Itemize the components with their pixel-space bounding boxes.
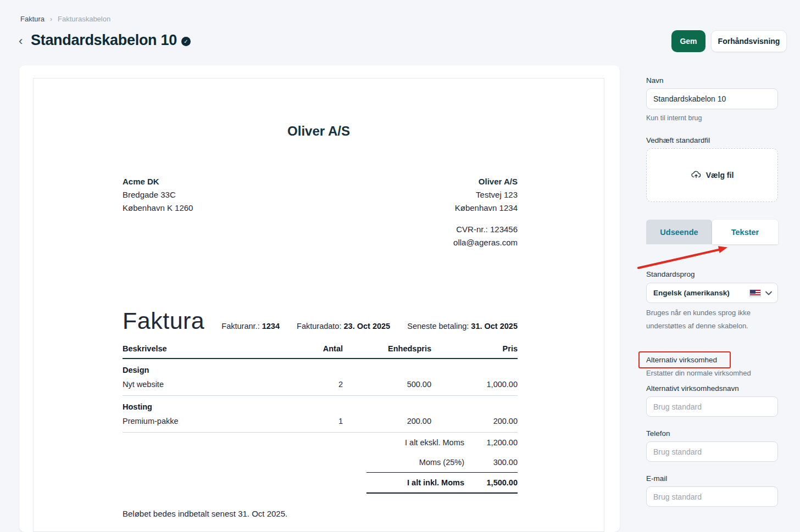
total-value: 1,500.00 — [464, 478, 518, 487]
sender-name: Acme DK — [123, 175, 193, 188]
invoice-footer-note: Beløbet bedes indbetalt senest 31. Oct 2… — [123, 509, 518, 518]
total-label: I alt inkl. Moms — [366, 478, 464, 487]
item-description: Premium-pakke — [123, 417, 260, 425]
item-unit-price: 200.00 — [343, 417, 431, 425]
invoice-date-label: Fakturadato: — [297, 322, 341, 331]
item-quantity: 2 — [260, 380, 343, 389]
invoice-due-label: Seneste betaling: — [407, 322, 469, 331]
item-price: 200.00 — [431, 417, 518, 425]
breadcrumb-faktura[interactable]: Faktura — [20, 15, 45, 23]
invoice-due-value: 31. Oct 2025 — [471, 322, 518, 331]
phone-label: Telefon — [646, 429, 670, 438]
sender-line2: København K 1260 — [123, 201, 193, 215]
invoice-table-header: Beskrivelse Antal Enhedspris Pris — [123, 344, 518, 359]
col-quantity: Antal — [260, 344, 343, 353]
us-flag-icon — [749, 289, 761, 297]
col-unit-price: Enhedspris — [343, 344, 431, 353]
invoice-content: Acme DK Bredgade 33C København K 1260 Ol… — [123, 175, 518, 518]
email-input[interactable] — [646, 486, 778, 507]
preview-button[interactable]: Forhåndsvisning — [711, 30, 787, 52]
language-help-line1: Bruges når en kundes sprog ikke — [646, 306, 751, 320]
page-title: Standardskabelon 10 — [31, 32, 177, 49]
item-quantity: 1 — [260, 417, 343, 425]
total-incl-vat: I alt inkl. Moms 1,500.00 — [366, 472, 518, 494]
invoice-company-title: Oliver A/S — [34, 124, 604, 139]
invoice-heading-row: Faktura Fakturanr.: 1234 Fakturadato: 23… — [123, 307, 518, 334]
invoice-table: Beskrivelse Antal Enhedspris Pris Design… — [123, 344, 518, 494]
item-unit-price: 500.00 — [343, 380, 431, 389]
invoice-number-value: 1234 — [262, 322, 280, 331]
group-name: Design — [123, 359, 260, 374]
upload-cloud-icon — [691, 170, 702, 181]
item-description: Nyt website — [123, 380, 260, 389]
breadcrumb-separator-icon: › — [50, 15, 52, 23]
alt-company-name-label: Alternativt virksomhedsnavn — [646, 384, 739, 393]
breadcrumb: Faktura › Fakturaskabelon — [20, 15, 110, 23]
total-value: 1,200.00 — [464, 438, 518, 447]
total-value: 300.00 — [464, 458, 518, 467]
address-row: Acme DK Bredgade 33C København K 1260 Ol… — [123, 175, 518, 249]
verified-check-icon[interactable]: ✓ — [181, 37, 191, 46]
invoice-doc-title: Faktura — [123, 307, 204, 334]
chevron-down-icon — [765, 291, 772, 295]
page: Faktura › Fakturaskabelon ‹ Standardskab… — [0, 0, 800, 532]
recipient-line1: Testvej 123 — [453, 188, 518, 201]
invoice-totals: I alt ekskl. Moms 1,200.00 Moms (25%) 30… — [366, 433, 518, 494]
col-price: Pris — [431, 344, 518, 353]
col-description: Beskrivelse — [123, 344, 260, 353]
item-price: 1,000.00 — [431, 380, 518, 389]
alt-company-help: Erstatter din normale virksomhed — [646, 369, 751, 377]
invoice-number-label: Fakturanr.: — [221, 322, 259, 331]
invoice-page: Oliver A/S Acme DK Bredgade 33C Københav… — [33, 78, 604, 532]
language-help-line2: understøttes af denne skabelon. — [646, 320, 751, 333]
alt-company-title: Alternativ virksomhed — [646, 356, 717, 364]
choose-file-button[interactable]: Vælg fil — [706, 171, 734, 180]
total-label: I alt ekskl. Moms — [366, 438, 464, 447]
language-help: Bruges når en kundes sprog ikke understø… — [646, 306, 751, 333]
sender-line1: Bredgade 33C — [123, 188, 193, 201]
invoice-number: Fakturanr.: 1234 — [221, 322, 280, 331]
table-group-row: Design — [123, 359, 518, 374]
template-name-input[interactable] — [646, 88, 778, 109]
address-spacer — [453, 215, 518, 223]
total-vat: Moms (25%) 300.00 — [366, 452, 518, 472]
invoice-preview-panel: Oliver A/S Acme DK Bredgade 33C Københav… — [19, 65, 620, 532]
back-chevron-icon[interactable]: ‹ — [19, 34, 23, 48]
page-title-row: Standardskabelon 10 ✓ — [31, 32, 191, 49]
phone-input[interactable] — [646, 441, 778, 462]
tab-udseende[interactable]: Udseende — [646, 220, 712, 244]
name-field-label: Navn — [646, 76, 664, 85]
table-group-row: Hosting — [123, 396, 518, 411]
table-row: Nyt website 2 500.00 1,000.00 — [123, 374, 518, 396]
recipient-cvr: CVR-nr.: 123456 — [453, 223, 518, 236]
language-selected-value: Engelsk (amerikansk) — [653, 289, 745, 297]
table-row: Premium-pakke 1 200.00 200.00 — [123, 411, 518, 433]
invoice-date: Fakturadato: 23. Oct 2025 — [297, 322, 390, 331]
sender-address: Acme DK Bredgade 33C København K 1260 — [123, 175, 193, 249]
breadcrumb-fakturaskabelon[interactable]: Fakturaskabelon — [58, 15, 110, 23]
recipient-address: Oliver A/S Testvej 123 København 1234 CV… — [453, 175, 518, 249]
total-label: Moms (25%) — [366, 458, 464, 467]
tab-tekster[interactable]: Tekster — [712, 220, 778, 244]
email-label: E-mail — [646, 474, 667, 483]
language-label: Standardsprog — [646, 270, 695, 278]
invoice-date-value: 23. Oct 2025 — [344, 322, 391, 331]
save-button[interactable]: Gem — [671, 30, 705, 52]
file-dropzone[interactable]: Vælg fil — [646, 148, 778, 202]
attach-file-label: Vedhæft standardfil — [646, 136, 710, 144]
sidebar-tabs: Udseende Tekster — [646, 220, 778, 244]
recipient-line2: København 1234 — [453, 201, 518, 215]
invoice-due: Seneste betaling: 31. Oct 2025 — [407, 322, 518, 331]
language-select[interactable]: Engelsk (amerikansk) — [646, 283, 778, 303]
recipient-name: Oliver A/S — [453, 175, 518, 188]
name-field-help: Kun til internt brug — [646, 114, 702, 122]
recipient-email: olla@ageras.com — [453, 236, 518, 249]
group-name: Hosting — [123, 396, 260, 411]
alt-company-name-input[interactable] — [646, 396, 778, 417]
total-excl-vat: I alt ekskl. Moms 1,200.00 — [366, 433, 518, 452]
